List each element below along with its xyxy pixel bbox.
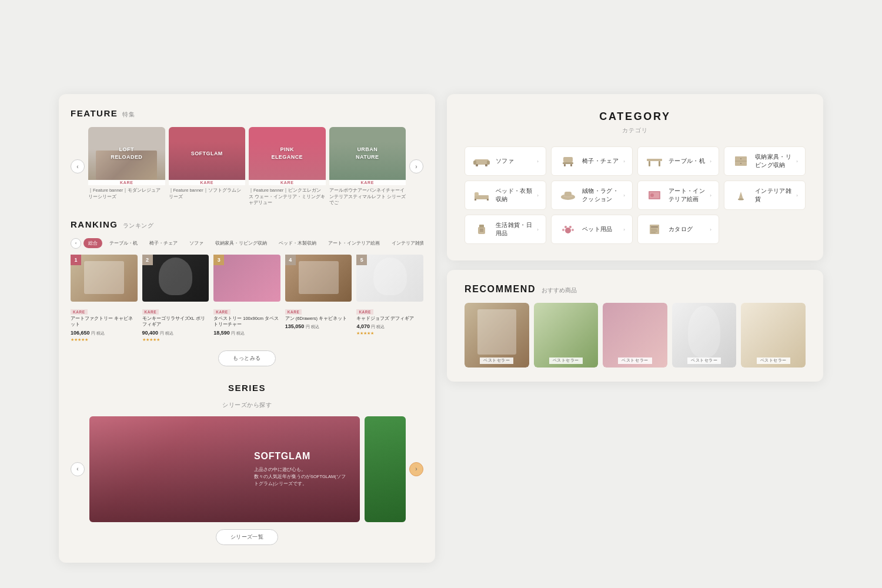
- table-icon: [645, 155, 664, 168]
- category-label-rug: 絨物・ラグ・クッション: [582, 187, 619, 203]
- recommend-item-2[interactable]: ベストセラー: [534, 303, 599, 368]
- feature-title-main: FEATURE: [71, 108, 118, 118]
- svg-rect-4: [485, 164, 487, 166]
- ranking-tab-prev[interactable]: ‹: [71, 238, 81, 249]
- ranking-item-4[interactable]: 4 KARE アン (6Drawers) キャビネット 135,050 円 税込: [285, 255, 352, 342]
- feature-items: LOFTRELOADED KARE ｜Feature banner｜モダンレジュ…: [85, 127, 409, 206]
- feature-next-button[interactable]: ›: [409, 159, 423, 173]
- series-list-button[interactable]: シリーズ一覧: [216, 529, 279, 545]
- feature-card-img-1: LOFTRELOADED: [88, 127, 165, 180]
- series-main-img: SOFTGLAM 上品さの中に遊び心も。数々の人気近年が集うのがSOFTGLAM…: [89, 416, 360, 522]
- ranking-price-3: 18,590 円 税込: [213, 330, 280, 336]
- pet-arrow-icon: ›: [623, 227, 625, 232]
- feature-card-4[interactable]: URBANNATURE KARE アールポウナアーバンネイチャーインテリアスティ…: [329, 127, 406, 206]
- svg-rect-38: [651, 229, 657, 230]
- svg-point-14: [740, 158, 741, 159]
- ranking-tab-bed[interactable]: ベッド・木製収納: [274, 238, 321, 248]
- category-item-table[interactable]: テーブル・机 ›: [637, 146, 719, 176]
- bestseller-badge-2: ベストセラー: [534, 358, 599, 364]
- category-item-art[interactable]: アート・インテリア絵画 ›: [637, 181, 719, 210]
- load-more-button[interactable]: もっとみる: [218, 350, 275, 366]
- feature-card-2[interactable]: SOFTGLAM KARE ｜Feature banner｜ソフトグラムシリーズ: [169, 127, 246, 206]
- svg-rect-40: [651, 232, 656, 233]
- softglam-interior-img: [169, 142, 246, 180]
- category-item-daily[interactable]: 生活雑貨・日用品 ›: [465, 215, 546, 244]
- ranking-section: RANKING ランキング ‹ 総合 テーブル・机 椅子・チェア ソファ 収納家…: [71, 219, 423, 366]
- table-arrow-icon: ›: [710, 159, 711, 164]
- svg-point-26: [738, 199, 744, 201]
- feature-section-title: FEATURE 特集: [71, 108, 423, 119]
- bed-icon: [472, 189, 491, 202]
- svg-point-35: [572, 229, 574, 231]
- misc-arrow-icon: ›: [796, 193, 798, 198]
- series-carousel: ‹ SOFTGLAM 上品さの中に遊び心も。数々の人気近年が集うのがSOFTGL…: [71, 416, 423, 522]
- recommend-item-1[interactable]: ベストセラー: [465, 303, 529, 368]
- svg-rect-37: [651, 226, 658, 228]
- svg-rect-10: [649, 161, 650, 166]
- category-item-pet[interactable]: ペット用品 ›: [551, 215, 633, 244]
- bestseller-badge-1: ベストセラー: [465, 358, 529, 364]
- svg-rect-19: [487, 199, 489, 201]
- ranking-kare-5: KARE: [356, 309, 373, 315]
- ranking-tab-misc[interactable]: インテリア雑貨: [387, 238, 423, 248]
- recommend-img-5: ベストセラー: [741, 303, 806, 368]
- category-item-rug[interactable]: 絨物・ラグ・クッション ›: [551, 181, 633, 210]
- svg-rect-30: [480, 230, 483, 232]
- category-item-cabinet[interactable]: 収納家具・リビング収納 ›: [724, 146, 806, 176]
- svg-rect-18: [475, 199, 476, 201]
- category-item-catalog[interactable]: カタログ ›: [637, 215, 719, 244]
- ranking-item-2[interactable]: 2 KARE モンキーゴリラサイズXL ポリフィギア 90,400 円 税込 ★…: [142, 255, 209, 342]
- recommend-item-3[interactable]: ベストセラー: [603, 303, 667, 368]
- ranking-item-3[interactable]: 3 KARE タペストリー 100x90cm タペストリーチャー 18,590 …: [213, 255, 280, 342]
- feature-caption-3: ｜Feature banner｜ピンクエレガンス ウェー・インテリア・ミリングキ…: [249, 188, 326, 206]
- art-arrow-icon: ›: [710, 193, 711, 198]
- recommend-title: RECOMMEND おすすめ商品: [465, 284, 806, 295]
- category-item-sofa[interactable]: ソファ ›: [465, 146, 546, 176]
- right-panel: CATEGORY カテゴリ ソファ: [447, 94, 823, 382]
- bed-arrow-icon: ›: [537, 193, 539, 198]
- left-panel: FEATURE 特集 ‹ LOFTRELOADED KARE ｜Feature …: [59, 94, 435, 563]
- category-label-table: テーブル・机: [669, 157, 705, 165]
- category-label-cabinet: 収納家具・リビング収納: [755, 153, 791, 169]
- feature-card-label-3: PINKELEGANCE: [271, 146, 303, 161]
- recommend-img-4: ベストセラー: [672, 303, 737, 368]
- series-next-button[interactable]: ›: [409, 462, 423, 476]
- feature-caption-1: ｜Feature banner｜モダンレジュアリーシリーズ: [88, 188, 165, 200]
- feature-card-1[interactable]: LOFTRELOADED KARE ｜Feature banner｜モダンレジュ…: [88, 127, 165, 206]
- ranking-kare-2: KARE: [142, 309, 159, 315]
- ranking-stars-2: ★★★★★: [142, 338, 209, 342]
- svg-point-15: [740, 163, 741, 164]
- recommend-img-2: ベストセラー: [534, 303, 599, 368]
- rank-badge-1: 1: [71, 255, 81, 265]
- feature-card-3[interactable]: PINKELEGANCE KARE ｜Feature banner｜ピンクエレガ…: [249, 127, 326, 206]
- feature-card-label-2: SOFTGLAM: [191, 150, 223, 158]
- category-item-bed[interactable]: ベッド・衣類収納 ›: [465, 181, 546, 210]
- svg-rect-29: [480, 229, 483, 230]
- svg-rect-8: [570, 164, 572, 166]
- series-prev-button[interactable]: ‹: [71, 462, 85, 476]
- ranking-tab-cabinet[interactable]: 収納家具・リビング収納: [211, 238, 272, 248]
- svg-rect-1: [473, 161, 476, 165]
- ranking-price-5: 4,070 円 税込: [356, 323, 423, 330]
- daily-icon: [472, 223, 491, 236]
- svg-rect-9: [647, 159, 662, 161]
- ranking-tab-art[interactable]: アート・インテリア絵画: [323, 238, 385, 248]
- series-title-sub: シリーズから探す: [71, 401, 423, 409]
- rug-icon: [559, 189, 577, 202]
- catalog-icon: [645, 223, 664, 236]
- ranking-tab-table[interactable]: テーブル・机: [105, 238, 142, 248]
- category-item-misc[interactable]: インテリア雑貨 ›: [724, 181, 806, 210]
- category-item-chair[interactable]: 椅子・チェア ›: [551, 146, 633, 176]
- feature-prev-button[interactable]: ‹: [71, 159, 85, 173]
- ranking-item-5[interactable]: 5 KARE キャドジョフズ デフィギア 4,070 円 税込 ★★★★★: [356, 255, 423, 342]
- misc-icon: [731, 189, 750, 202]
- recommend-item-4[interactable]: ベストセラー: [672, 303, 737, 368]
- svg-rect-28: [479, 225, 484, 228]
- rank-badge-2: 2: [142, 255, 153, 265]
- ranking-item-1[interactable]: 1 KARE アートファクトリー キャビネット 106,650 円 税込 ★★★…: [71, 255, 138, 342]
- ranking-tab-all[interactable]: 総合: [83, 238, 102, 248]
- ranking-tab-chair[interactable]: 椅子・チェア: [145, 238, 182, 248]
- ranking-tab-sofa[interactable]: ソファ: [185, 238, 208, 248]
- recommend-item-5[interactable]: ベストセラー: [741, 303, 806, 368]
- pet-icon: [559, 223, 577, 236]
